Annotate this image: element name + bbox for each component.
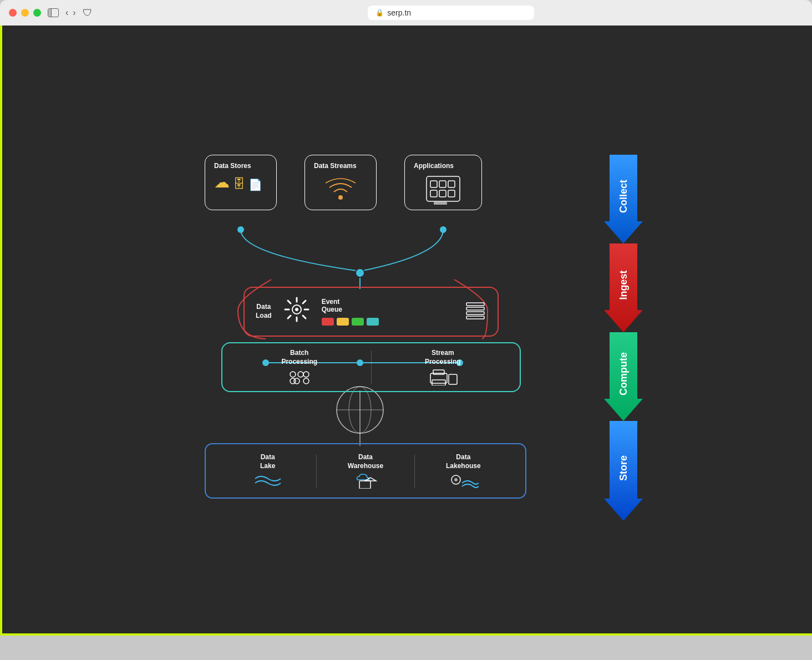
pill-green	[352, 318, 364, 326]
browser-window: ‹ › 🛡 🔒 serp.tn	[0, 0, 812, 26]
ingest-arrow-svg: Ingest	[604, 243, 643, 332]
svg-rect-43	[449, 374, 457, 384]
close-button[interactable]	[9, 9, 17, 17]
stream-icon	[428, 369, 458, 385]
batch-processing-label: BatchProcessing	[281, 349, 317, 366]
svg-text:Store: Store	[618, 455, 629, 481]
url-text: serp.tn	[387, 8, 411, 17]
svg-point-0	[337, 387, 383, 433]
svg-point-3	[237, 226, 244, 233]
address-bar: 🔒 serp.tn	[99, 6, 803, 20]
architecture-diagram: Data Stores ☁ 🗄 📄 Data Streams	[171, 138, 582, 515]
data-load-section: DataLoad	[256, 303, 272, 320]
ingest-arrow: Ingest	[604, 243, 643, 332]
svg-marker-45	[365, 478, 376, 481]
eq-pills	[322, 318, 379, 326]
svg-point-11	[338, 195, 343, 200]
batch-processing-section: BatchProcessing	[234, 349, 366, 385]
app-grid-icon	[424, 175, 463, 206]
data-lakehouse-icon	[448, 473, 479, 489]
back-button[interactable]: ‹	[65, 8, 68, 18]
process-divider	[371, 351, 372, 384]
diagram-container: Data Stores ☁ 🗄 📄 Data Streams	[171, 138, 643, 521]
svg-rect-18	[448, 190, 455, 197]
applications-label: Applications	[414, 162, 454, 170]
svg-point-38	[290, 378, 296, 384]
svg-rect-44	[359, 481, 371, 489]
data-load-label: DataLoad	[256, 303, 272, 320]
data-lake-label: DataLake	[260, 453, 275, 470]
database-icon: 🗄	[233, 177, 245, 191]
collect-arrow: Collect	[604, 155, 643, 243]
svg-point-1	[349, 387, 371, 433]
svg-rect-13	[430, 181, 437, 187]
svg-rect-12	[427, 176, 460, 201]
svg-point-47	[454, 478, 458, 481]
sidebar-toggle[interactable]	[48, 8, 59, 17]
compute-arrow-svg: Compute	[604, 332, 643, 421]
data-stores-box: Data Stores ☁ 🗄 📄	[205, 155, 277, 210]
data-stores-icons: ☁ 🗄 📄	[214, 173, 262, 191]
svg-rect-31	[466, 307, 484, 310]
forward-button[interactable]: ›	[73, 8, 75, 18]
event-queue-label: EventQueue	[322, 298, 342, 313]
data-warehouse-section: DataWarehouse	[317, 453, 414, 488]
svg-rect-42	[432, 380, 445, 385]
document-icon: 📄	[248, 178, 262, 191]
svg-point-4	[440, 226, 446, 233]
pill-teal	[367, 318, 379, 326]
store-box: DataLake DataWarehouse	[205, 443, 526, 499]
svg-line-28	[288, 316, 291, 318]
minimize-button[interactable]	[21, 9, 29, 17]
kafka-icon	[464, 299, 486, 324]
collect-arrow-svg: Collect	[604, 155, 643, 243]
traffic-lights	[9, 9, 41, 17]
event-queue-section: EventQueue	[322, 298, 453, 326]
browser-content: Data Stores ☁ 🗄 📄 Data Streams	[0, 26, 812, 636]
applications-box: Applications	[404, 155, 482, 210]
stream-processing-section: StreamProcessing	[377, 349, 509, 385]
svg-point-39	[303, 378, 309, 384]
svg-rect-41	[433, 370, 444, 374]
svg-text:Compute: Compute	[618, 352, 629, 395]
svg-rect-17	[439, 190, 446, 197]
data-warehouse-icon	[352, 473, 379, 489]
cloud-icon: ☁	[214, 173, 230, 191]
maximize-button[interactable]	[33, 9, 41, 17]
url-input[interactable]: 🔒 serp.tn	[368, 6, 534, 20]
nav-arrows: ‹ ›	[65, 8, 76, 18]
data-stores-label: Data Stores	[214, 162, 251, 170]
store-arrow-svg: Store	[604, 421, 643, 521]
compute-arrow: Compute	[604, 332, 643, 421]
data-lakehouse-label: DataLakehouse	[446, 453, 481, 470]
svg-rect-32	[466, 312, 484, 314]
wifi-icon-container	[314, 175, 367, 203]
stream-processing-label: StreamProcessing	[425, 349, 461, 366]
svg-text:Collect: Collect	[618, 180, 629, 213]
svg-line-26	[288, 301, 291, 303]
data-lake-icon	[254, 473, 282, 489]
app-grid-container	[414, 175, 473, 206]
pill-red	[322, 318, 334, 326]
data-lakehouse-section: DataLakehouse	[415, 453, 512, 488]
batch-icon	[287, 369, 312, 385]
svg-text:Ingest: Ingest	[618, 270, 629, 299]
svg-point-5	[356, 268, 364, 277]
svg-rect-14	[439, 181, 446, 187]
gear-icon	[283, 296, 311, 328]
svg-point-21	[295, 308, 298, 311]
data-streams-label: Data Streams	[314, 162, 357, 170]
svg-point-37	[303, 372, 309, 377]
shield-icon: 🛡	[83, 7, 93, 19]
wifi-icon	[324, 175, 357, 203]
data-lake-section: DataLake	[219, 453, 316, 488]
store-arrow: Store	[604, 421, 643, 521]
svg-line-29	[303, 301, 306, 303]
pill-yellow	[337, 318, 349, 326]
svg-rect-19	[434, 202, 447, 205]
process-box: BatchProcessing StreamProcessing	[221, 342, 521, 392]
svg-point-34	[290, 372, 296, 377]
svg-rect-16	[430, 190, 437, 197]
svg-rect-33	[466, 316, 484, 319]
svg-rect-30	[466, 303, 484, 306]
